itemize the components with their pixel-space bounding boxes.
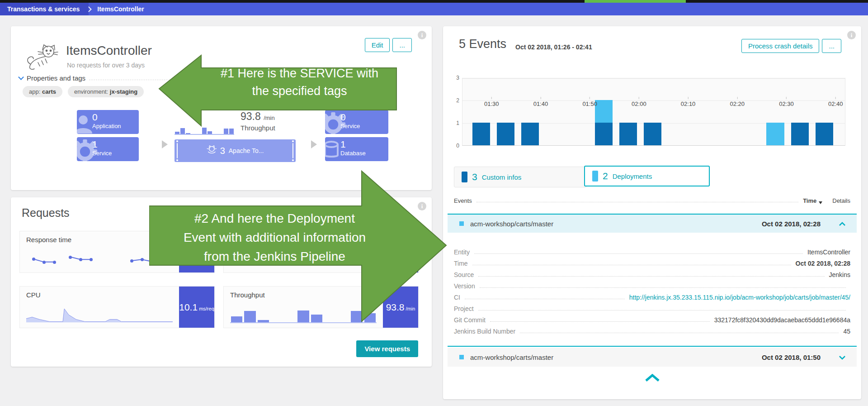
event-bar[interactable] [791,123,809,145]
y-tick-label: 2 [451,97,459,104]
divider [448,346,857,347]
x-tick-label: 01:30 [484,97,499,107]
requests-title: Requests [22,206,70,220]
process-count: 3 [220,146,225,156]
gridline [462,78,845,79]
event-bar[interactable] [521,123,539,145]
x-tick-label: 02:00 [632,97,646,107]
custom-infos-swatch-icon [462,172,467,182]
column-details: Details [832,197,850,204]
edit-button[interactable]: Edit [365,38,390,52]
filter-count: 2 [603,171,608,182]
selection-handle [292,143,293,158]
deployment-bullet-icon [459,355,464,359]
x-tick-label: 02:30 [779,97,794,107]
tag-value: carts [42,88,56,95]
tag-app[interactable]: app: carts [23,86,62,97]
chevron-down-icon[interactable] [839,353,846,361]
breadcrumb-transactions-services[interactable]: Transactions & services [0,3,89,15]
event-bar[interactable] [644,123,661,145]
filter-custom-infos[interactable]: 3 Custom infos [454,167,587,187]
x-tick-label: 01:50 [582,97,597,107]
filter-deployments[interactable]: 2 Deployments [584,166,710,186]
sort-desc-icon[interactable] [819,201,822,204]
divider [476,202,798,202]
breadcrumb: Transactions & services ItemsController [0,3,868,15]
user-icon [77,112,97,134]
detail-row-version: Version [454,278,850,290]
tag-key: environment: [74,88,108,95]
node-count: 0 [92,112,139,123]
node-databases[interactable]: 1 Database [325,137,388,161]
node-apache-tomcat[interactable]: 3 Apache To... [175,139,296,162]
collapse-panel-chevron-up-icon[interactable] [645,374,660,384]
chevron-down-icon[interactable] [18,74,24,80]
node-count: 1 [92,139,139,150]
view-requests-button[interactable]: View requests [356,340,418,357]
event-bar[interactable] [766,123,784,145]
detail-row-git-commit: Git Commit 332172fc8f320430dd9dacaebac65… [454,312,850,324]
event-time: Oct 02 2018, 01:50 [762,353,821,361]
flow-arrow-icon [311,140,317,148]
flow-arrow-icon [162,140,168,148]
annotation-text-1: #1 Here is the SERVICE with the specifie… [203,65,396,100]
deployments-swatch-icon [592,171,598,182]
more-options-button[interactable]: ... [392,38,412,52]
event-name: acm-workshop/carts/master [470,353,553,361]
chevron-up-icon[interactable] [839,220,846,228]
detail-row-project: Project [454,301,850,312]
node-label: Service [92,150,139,157]
info-icon[interactable]: i [847,31,856,39]
events-chart-plot [462,78,845,146]
filter-label: Custom infos [482,173,522,181]
events-table-header: Events Time Details [454,197,850,204]
event-row-expanded[interactable]: acm-workshop/carts/master Oct 02 2018, 0… [448,214,857,233]
event-bar[interactable] [595,100,613,145]
events-timerange: Oct 02 2018, 01:26 - 02:41 [515,43,592,51]
detail-row-ci: CI http://jenkins.jx.35.233.15.115.nip.i… [454,290,850,301]
column-events: Events [454,197,472,204]
ci-link[interactable]: http://jenkins.jx.35.233.15.115.nip.io/j… [629,294,850,301]
info-icon[interactable]: i [418,31,426,39]
node-applications[interactable]: 0 Application [77,110,139,134]
event-time: Oct 02 2018, 02:28 [762,220,821,228]
event-bar[interactable] [816,123,833,145]
node-count: 1 [340,139,388,150]
breadcrumb-itemscontroller[interactable]: ItemsController [97,3,144,15]
event-bar[interactable] [472,123,490,145]
event-bar[interactable] [619,123,637,145]
selection-handle [177,143,178,158]
event-bar[interactable] [497,123,514,145]
x-tick-label: 02:10 [681,97,696,107]
tile-label: Response time [26,236,71,244]
events-panel: i 5 Events Oct 02 2018, 01:26 - 02:41 Pr… [443,26,861,399]
detail-row-source: Source Jenkins [454,267,850,278]
process-label: Apache To... [229,147,264,154]
process-crash-details-button[interactable]: Process crash details [741,39,820,53]
x-tick-label: 02:40 [828,97,843,107]
y-tick-label: 1 [451,120,459,126]
filter-count: 3 [472,172,477,182]
more-options-button[interactable]: ... [822,39,841,53]
y-tick-label: 3 [451,75,459,81]
detail-row-entity: Entity ItemsController [454,244,850,256]
tag-environment[interactable]: environment: jx-staging [68,86,144,97]
tile-label: CPU [26,291,41,299]
y-tick-label: 0 [451,143,459,149]
tomcat-mini-icon [207,145,217,156]
node-label: Database [340,150,388,157]
column-time-sort[interactable]: Time [803,197,816,204]
properties-toggle[interactable]: Properties and tags [27,74,85,82]
filter-label: Deployments [613,172,652,180]
page-title: ItemsController [66,43,152,58]
node-calling-services[interactable]: 1 Service [77,137,139,161]
tag-key: app: [29,88,40,95]
database-icon [325,141,342,161]
annotation-text-2: #2 And here the Deployment Event with ad… [151,209,398,266]
tomcat-icon [24,42,59,76]
events-title: 5 Events [459,37,506,51]
x-tick-label: 02:20 [730,97,745,107]
event-detail-list: Entity ItemsController Time Oct 02 2018,… [454,244,850,335]
x-tick-label: 01:40 [533,97,548,107]
event-row-collapsed[interactable]: acm-workshop/carts/master Oct 02 2018, 0… [448,348,857,367]
